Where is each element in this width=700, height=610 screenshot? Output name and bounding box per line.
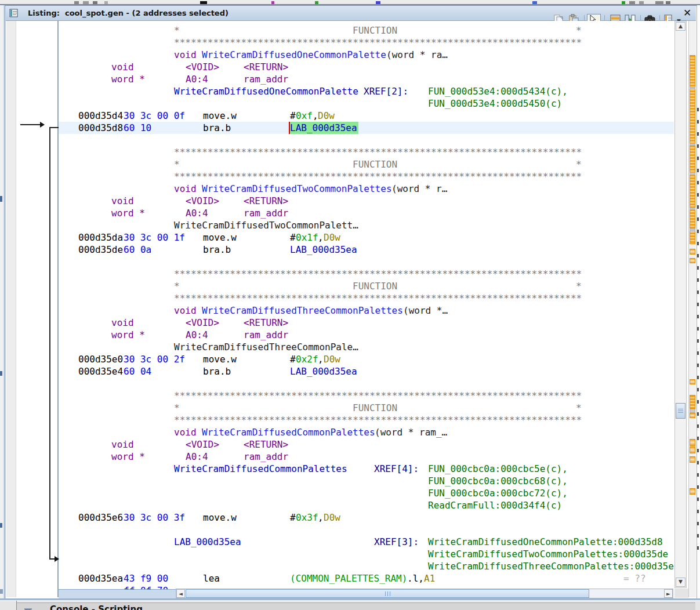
listing-text[interactable]: LAB_000d35ea: [290, 122, 357, 134]
listing-text[interactable]: 000d35e4: [78, 365, 123, 377]
listing-text[interactable]: WriteCramDiffusedThreeCommonPalettes: [202, 304, 403, 317]
change-marker[interactable]: [690, 379, 695, 384]
listing-text[interactable]: ****************************************…: [174, 146, 582, 158]
listing-text[interactable]: bra.b: [203, 122, 231, 134]
listing-text[interactable]: FUN_000cbc0a:000cbc5e(c),: [428, 463, 568, 475]
listing-text[interactable]: LAB_000d35ea: [290, 244, 357, 256]
listing-text[interactable]: ReadCramFull:000d34f4(c): [428, 499, 562, 511]
listing-text[interactable]: <RETURN>: [244, 317, 288, 329]
listing-text[interactable]: .l,: [407, 572, 424, 584]
listing-text[interactable]: word *: [111, 207, 145, 219]
listing-text[interactable]: FUNCTION: [353, 24, 397, 37]
listing-text[interactable]: 60 04: [124, 365, 151, 377]
change-marker[interactable]: [690, 143, 695, 146]
listing-text[interactable]: word *: [111, 451, 145, 463]
listing-text[interactable]: 000d35d4: [78, 110, 123, 122]
listing-text[interactable]: void: [174, 304, 197, 317]
listing-text[interactable]: XREF[2]:: [364, 85, 408, 97]
close-button[interactable]: ✕: [683, 7, 691, 19]
listing-text[interactable]: 30 3c 00 0f: [124, 110, 185, 122]
listing-text[interactable]: #: [290, 231, 296, 244]
listing-text[interactable]: *: [174, 280, 180, 292]
scroll-up-button[interactable]: ▲: [676, 22, 686, 31]
scroll-left-button[interactable]: ◄: [176, 589, 185, 598]
listing-text[interactable]: #: [290, 110, 296, 122]
listing-text[interactable]: WriteCramDiffusedOneCommonPalette: [202, 49, 386, 61]
listing-text[interactable]: (word *…: [403, 304, 448, 317]
vertical-scrollbar-track[interactable]: [674, 21, 687, 588]
listing-text[interactable]: word *: [111, 73, 145, 85]
listing-text[interactable]: ram_addr: [244, 451, 288, 463]
change-marker[interactable]: [690, 208, 695, 210]
change-marker[interactable]: [690, 172, 695, 175]
marker-column[interactable]: [688, 21, 696, 597]
listing-text[interactable]: FUNCTION: [353, 280, 397, 292]
listing-text[interactable]: <VOID>: [186, 438, 219, 451]
listing-text[interactable]: A0:4: [186, 73, 208, 85]
listing-text[interactable]: D0w: [324, 353, 340, 365]
listing-text[interactable]: <VOID>: [186, 317, 219, 329]
listing-text[interactable]: (word * r…: [391, 183, 447, 195]
listing-text[interactable]: A0:4: [186, 207, 208, 219]
listing-text[interactable]: XREF[4]:: [374, 463, 419, 475]
listing-text[interactable]: 43 f9 00: [124, 572, 168, 584]
vertical-scrollbar-thumb[interactable]: [676, 403, 686, 419]
listing-text[interactable]: 0x1f: [296, 231, 318, 244]
listing-text[interactable]: ,: [318, 231, 324, 244]
listing-text[interactable]: <RETURN>: [244, 438, 288, 451]
listing-text[interactable]: move.w: [203, 231, 237, 244]
listing-text[interactable]: ram_addr: [244, 73, 288, 85]
listing-text[interactable]: bra.b: [203, 365, 231, 377]
change-marker[interactable]: [690, 439, 695, 446]
listing-text[interactable]: void: [111, 61, 134, 73]
change-marker[interactable]: [690, 446, 695, 453]
listing-text[interactable]: void: [111, 438, 134, 451]
listing-text[interactable]: void: [174, 426, 197, 438]
listing-text[interactable]: ****************************************…: [174, 37, 582, 49]
listing-text[interactable]: move.w: [203, 511, 237, 524]
listing-text[interactable]: A0:4: [186, 451, 208, 463]
listing-text[interactable]: *: [174, 402, 180, 414]
listing-text[interactable]: A0:4: [186, 329, 208, 341]
listing-text[interactable]: 30 3c 00 1f: [124, 231, 185, 244]
listing-text[interactable]: WriteCramDiffusedCommonPalettes: [202, 426, 375, 438]
listing-text[interactable]: 000d35de: [78, 244, 123, 256]
listing-text[interactable]: LAB_000d35ea: [174, 536, 241, 548]
listing-text[interactable]: 000d35d8: [78, 122, 123, 134]
listing-text[interactable]: 0x3f: [296, 511, 318, 524]
listing-text[interactable]: move.w: [203, 110, 237, 122]
listing-text[interactable]: FUNCTION: [353, 402, 397, 414]
listing-text[interactable]: ****************************************…: [174, 292, 582, 304]
listing-text[interactable]: LAB_000d35ea: [290, 365, 357, 377]
listing-text[interactable]: <VOID>: [186, 61, 219, 73]
scroll-down-button[interactable]: ▼: [676, 578, 686, 587]
listing-text[interactable]: *: [576, 24, 582, 37]
listing-text[interactable]: lea: [203, 572, 220, 584]
change-marker[interactable]: [690, 258, 695, 263]
change-marker[interactable]: [690, 409, 695, 413]
listing-text[interactable]: move.w: [203, 353, 237, 365]
listing-text[interactable]: void: [111, 195, 134, 207]
change-marker[interactable]: [690, 228, 695, 231]
listing-text[interactable]: word *: [111, 329, 145, 341]
listing-text[interactable]: 0x2f: [296, 353, 318, 365]
listing-text[interactable]: WriteCramDiffusedTwoCommonPalettes:000d3…: [428, 548, 668, 560]
change-marker[interactable]: [690, 87, 695, 89]
listing-text[interactable]: = ??: [623, 572, 646, 584]
listing-text[interactable]: ,: [318, 511, 324, 524]
listing-text[interactable]: 000d35e0: [78, 353, 123, 365]
listing-text[interactable]: *: [576, 280, 582, 292]
listing-text[interactable]: 000d35e6: [78, 511, 123, 524]
listing-text[interactable]: void: [111, 317, 134, 329]
listing-text[interactable]: <VOID>: [186, 195, 219, 207]
listing-text[interactable]: *: [174, 24, 180, 37]
listing-text[interactable]: A1: [424, 572, 435, 584]
listing-text[interactable]: WriteCramDiffusedTwoCommonPalett…: [174, 219, 358, 231]
horizontal-scrollbar-thumb[interactable]: [186, 589, 589, 598]
listing-text[interactable]: XREF[3]:: [374, 536, 419, 548]
listing-text[interactable]: bra.b: [203, 244, 231, 256]
listing-text[interactable]: FUN_000d53e4:000d5434(c),: [428, 85, 568, 97]
listing-text[interactable]: FUN_000cbc0a:000cbc72(c),: [428, 487, 568, 499]
listing-text[interactable]: (COMMON_PALETTES_RAM): [290, 572, 407, 584]
listing-text[interactable]: ****************************************…: [174, 170, 582, 183]
